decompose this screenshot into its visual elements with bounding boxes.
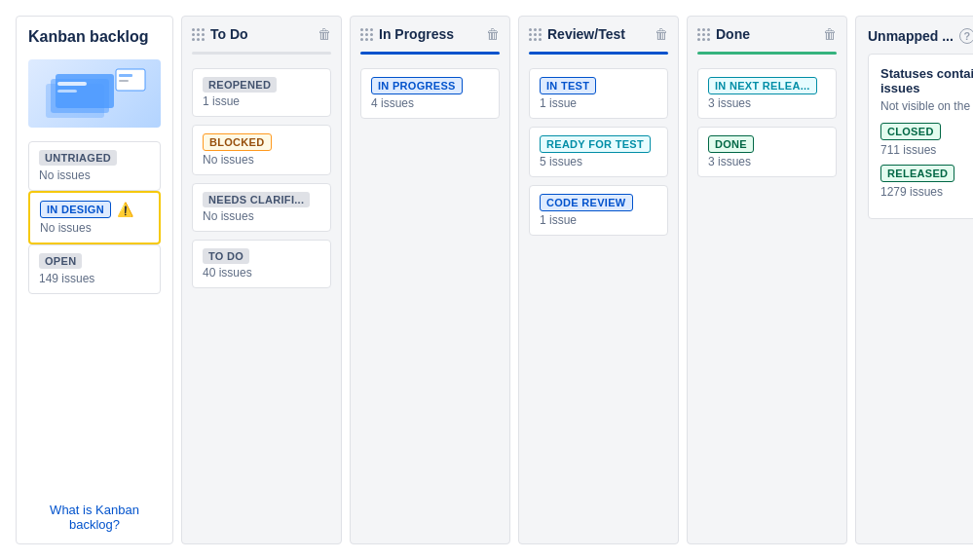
sidebar-title: Kanban backlog — [28, 28, 161, 46]
unmapped-item-released[interactable]: RELEASED1279 issues — [880, 165, 973, 199]
column-bar-in-progress — [360, 52, 500, 55]
unmapped-panel: Unmapped ... ? Statuses containing issue… — [855, 16, 973, 544]
statuses-section-title: Statuses containing issues — [880, 66, 973, 95]
status-item-blocked[interactable]: BLOCKEDNo issues — [192, 125, 331, 175]
drag-handle-done[interactable] — [697, 28, 710, 41]
status-badge-untriaged: UNTRIAGED — [39, 150, 117, 166]
column-review-test: Review/Test🗑IN TEST1 issueREADY FOR TEST… — [518, 16, 679, 544]
unmapped-help-icon[interactable]: ? — [959, 28, 973, 44]
sidebar-status-card-in-design[interactable]: IN DESIGN⚠️No issues — [28, 191, 161, 244]
column-in-progress: In Progress🗑IN PROGRESS4 issues — [350, 16, 510, 544]
item-badge-blocked: BLOCKED — [203, 133, 272, 151]
item-count-in-next-release: 3 issues — [708, 96, 826, 110]
unmapped-header: Unmapped ... ? — [868, 28, 973, 44]
status-item-ready-for-test[interactable]: READY FOR TEST5 issues — [529, 127, 668, 177]
status-count-open: 149 issues — [39, 272, 150, 285]
sidebar-illustration — [28, 59, 161, 128]
unmapped-title: Unmapped ... — [868, 28, 954, 44]
drag-handle-todo[interactable] — [192, 28, 205, 41]
item-badge-ready-for-test: READY FOR TEST — [540, 135, 651, 153]
item-badge-in-progress-item: IN PROGRESS — [371, 77, 463, 94]
status-item-to-do[interactable]: TO DO40 issues — [192, 240, 331, 288]
status-count-in-design: No issues — [40, 221, 149, 235]
column-header-todo: To Do🗑 — [192, 26, 331, 42]
unmapped-count-closed: 711 issues — [880, 143, 973, 157]
status-badge-in-design: IN DESIGN — [40, 201, 111, 218]
column-delete-todo[interactable]: 🗑 — [318, 26, 331, 42]
unmapped-badge-released: RELEASED — [880, 165, 954, 182]
sidebar-status-list: UNTRIAGEDNo issuesIN DESIGN⚠️No issuesOP… — [28, 141, 161, 294]
status-item-in-test[interactable]: IN TEST1 issue — [529, 68, 668, 119]
unmapped-item-closed[interactable]: CLOSED711 issues — [880, 123, 973, 157]
column-title-in-progress: In Progress — [379, 26, 486, 42]
item-badge-done-item: DONE — [708, 135, 754, 153]
column-header-review-test: Review/Test🗑 — [529, 26, 668, 42]
status-item-code-review[interactable]: CODE REVIEW1 issue — [529, 185, 668, 236]
drag-handle-review-test[interactable] — [529, 28, 542, 41]
item-count-to-do: 40 issues — [203, 266, 320, 280]
column-delete-in-progress[interactable]: 🗑 — [486, 26, 500, 42]
svg-rect-6 — [119, 74, 132, 77]
item-count-in-progress-item: 4 issues — [371, 96, 489, 110]
column-todo: To Do🗑REOPENED1 issueBLOCKEDNo issuesNEE… — [181, 16, 342, 544]
item-count-code-review: 1 issue — [540, 213, 657, 227]
item-badge-needs-clarifi: NEEDS CLARIFI... — [203, 192, 310, 207]
status-item-in-next-release[interactable]: IN NEXT RELEA...3 issues — [697, 68, 837, 119]
unmapped-badge-closed: CLOSED — [880, 123, 941, 140]
svg-rect-4 — [57, 90, 77, 93]
status-item-done-item[interactable]: DONE3 issues — [697, 127, 837, 177]
statuses-section: Statuses containing issues Not visible o… — [868, 54, 973, 219]
item-count-needs-clarifi: No issues — [203, 209, 320, 223]
svg-rect-3 — [57, 82, 87, 86]
unmapped-items-list: CLOSED711 issuesRELEASED1279 issues — [880, 123, 973, 199]
columns-container: To Do🗑REOPENED1 issueBLOCKEDNo issuesNEE… — [181, 16, 847, 544]
column-title-done: Done — [716, 26, 823, 42]
item-count-in-test: 1 issue — [540, 96, 657, 110]
status-badge-open: OPEN — [39, 253, 82, 269]
column-header-done: Done🗑 — [697, 26, 837, 42]
item-badge-to-do: TO DO — [203, 248, 249, 264]
column-title-review-test: Review/Test — [547, 26, 655, 42]
item-badge-in-test: IN TEST — [540, 77, 596, 94]
column-done: Done🗑IN NEXT RELEA...3 issuesDONE3 issue… — [687, 16, 847, 544]
status-item-needs-clarifi[interactable]: NEEDS CLARIFI...No issues — [192, 183, 331, 232]
sidebar-status-card-open[interactable]: OPEN149 issues — [28, 244, 161, 294]
status-count-untriaged: No issues — [39, 168, 150, 182]
statuses-section-subtitle: Not visible on the board — [880, 99, 973, 113]
item-badge-in-next-release: IN NEXT RELEA... — [708, 77, 817, 94]
item-badge-reopened: REOPENED — [203, 77, 277, 93]
column-header-in-progress: In Progress🗑 — [360, 26, 500, 42]
unmapped-count-released: 1279 issues — [880, 185, 973, 199]
item-count-done-item: 3 issues — [708, 155, 826, 168]
sidebar: Kanban backlog UNTRIAGEDNo issuesIN DESI… — [16, 16, 173, 544]
warning-icon-in-design: ⚠️ — [117, 202, 133, 217]
item-count-ready-for-test: 5 issues — [540, 155, 657, 168]
drag-handle-in-progress[interactable] — [360, 28, 373, 41]
item-badge-code-review: CODE REVIEW — [540, 194, 633, 211]
column-bar-review-test — [529, 52, 668, 55]
item-count-blocked: No issues — [203, 153, 320, 167]
column-bar-done — [697, 52, 837, 55]
board-container: Kanban backlog UNTRIAGEDNo issuesIN DESI… — [0, 0, 973, 560]
status-item-reopened[interactable]: REOPENED1 issue — [192, 68, 331, 117]
column-bar-todo — [192, 52, 331, 55]
status-item-in-progress-item[interactable]: IN PROGRESS4 issues — [360, 68, 500, 119]
svg-rect-7 — [119, 80, 129, 82]
column-delete-review-test[interactable]: 🗑 — [655, 26, 668, 42]
column-title-todo: To Do — [210, 26, 318, 42]
column-delete-done[interactable]: 🗑 — [823, 26, 837, 42]
sidebar-link[interactable]: What is Kanban backlog? — [28, 495, 161, 532]
sidebar-status-card-untriaged[interactable]: UNTRIAGEDNo issues — [28, 141, 161, 191]
item-count-reopened: 1 issue — [203, 94, 320, 108]
